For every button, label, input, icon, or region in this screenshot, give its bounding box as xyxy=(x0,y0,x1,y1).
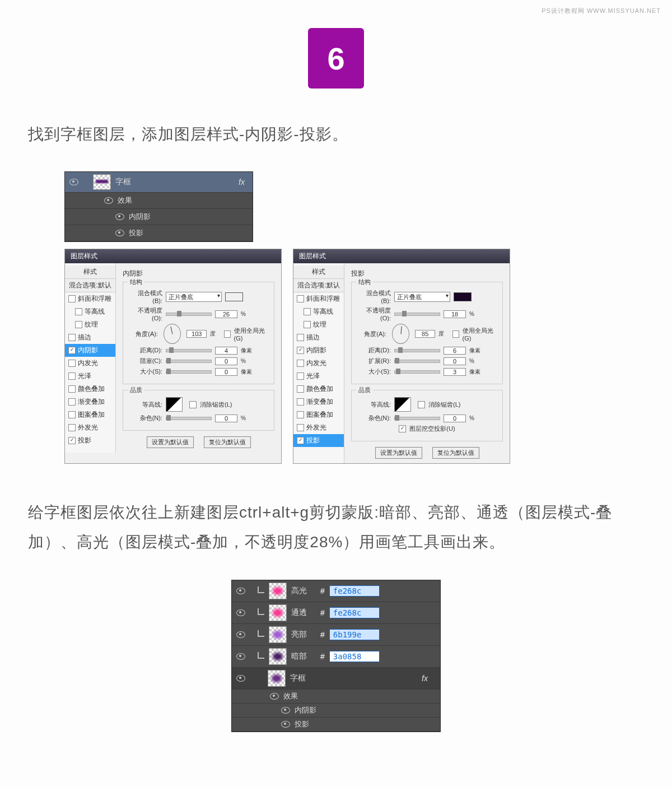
distance-value[interactable]: 4 xyxy=(215,347,237,355)
style-item-color-overlay[interactable]: 颜色叠加 xyxy=(65,383,115,395)
distance-slider[interactable] xyxy=(394,349,440,352)
effect-row-drop-shadow[interactable]: 投影 xyxy=(65,225,253,241)
global-light-checkbox[interactable] xyxy=(224,330,231,338)
visibility-icon[interactable] xyxy=(115,213,124,220)
style-item-outer-glow[interactable]: 外发光 xyxy=(65,421,115,434)
style-item-bevel[interactable]: 斜面和浮雕 xyxy=(293,292,344,305)
style-item-inner-shadow[interactable]: 内阴影 xyxy=(65,344,115,357)
hex-color-field[interactable]: 6b199e xyxy=(329,629,380,640)
visibility-icon[interactable] xyxy=(69,179,78,185)
angle-dial[interactable] xyxy=(392,324,409,344)
spread-value[interactable]: 0 xyxy=(444,357,466,365)
style-item-texture[interactable]: 纹理 xyxy=(65,318,115,331)
base-layer-row[interactable]: 字框 fx xyxy=(232,668,440,690)
contour-picker[interactable] xyxy=(166,397,183,412)
blend-mode-dropdown[interactable]: 正片叠底 xyxy=(394,292,450,302)
style-item-inner-glow[interactable]: 内发光 xyxy=(293,357,344,370)
hex-color-field[interactable]: fe268c xyxy=(329,585,380,597)
sidebar-header: 样式 xyxy=(65,266,115,279)
antialias-checkbox[interactable] xyxy=(418,401,425,408)
noise-value[interactable]: 0 xyxy=(444,415,466,422)
structure-group: 结构 混合模式(B): 正片叠底 不透明度(O): 26 % 角度(A): xyxy=(123,282,274,384)
distance-value[interactable]: 6 xyxy=(444,347,466,355)
visibility-icon[interactable] xyxy=(236,631,245,638)
clipped-layer-row[interactable]: 高光 # fe268c xyxy=(232,580,440,602)
hex-color-field[interactable]: 3a0858 xyxy=(329,651,380,662)
visibility-icon[interactable] xyxy=(104,197,113,204)
opacity-slider[interactable] xyxy=(394,313,440,316)
visibility-icon[interactable] xyxy=(115,230,124,236)
style-item-inner-shadow[interactable]: 内阴影 xyxy=(293,344,344,357)
style-item-bevel[interactable]: 斜面和浮雕 xyxy=(65,292,115,305)
visibility-icon[interactable] xyxy=(236,609,245,616)
style-item-satin[interactable]: 光泽 xyxy=(65,370,115,383)
style-item-gradient-overlay[interactable]: 渐变叠加 xyxy=(293,395,344,408)
make-default-button[interactable]: 设置为默认值 xyxy=(147,436,194,448)
style-item-gradient-overlay[interactable]: 渐变叠加 xyxy=(65,395,115,408)
opacity-value[interactable]: 26 xyxy=(215,310,237,318)
style-item-pattern-overlay[interactable]: 图案叠加 xyxy=(65,408,115,421)
style-item-drop-shadow[interactable]: 投影 xyxy=(65,434,115,447)
size-value[interactable]: 0 xyxy=(215,368,237,376)
blend-mode-dropdown[interactable]: 正片叠底 xyxy=(166,292,222,302)
clipped-layer-row[interactable]: 亮部 # 6b199e xyxy=(232,624,440,646)
size-slider[interactable] xyxy=(166,370,212,374)
visibility-icon[interactable] xyxy=(270,693,279,700)
noise-slider[interactable] xyxy=(394,417,440,420)
effect-row-inner-shadow[interactable]: 内阴影 xyxy=(65,209,253,225)
effect-row-inner-shadow[interactable]: 内阴影 xyxy=(232,704,440,718)
distance-slider[interactable] xyxy=(166,349,212,352)
style-item-stroke[interactable]: 描边 xyxy=(65,331,115,344)
antialias-checkbox[interactable] xyxy=(189,401,197,408)
style-item-contour[interactable]: 等高线 xyxy=(293,305,344,318)
knockout-checkbox[interactable] xyxy=(399,425,406,432)
global-light-checkbox[interactable] xyxy=(452,330,459,338)
opacity-slider[interactable] xyxy=(166,313,212,316)
visibility-icon[interactable] xyxy=(281,707,290,714)
style-item-stroke[interactable]: 描边 xyxy=(293,331,344,344)
style-item-drop-shadow[interactable]: 投影 xyxy=(293,434,344,447)
choke-slider[interactable] xyxy=(166,360,212,363)
visibility-icon[interactable] xyxy=(236,653,245,660)
fx-indicator[interactable]: fx xyxy=(239,178,245,187)
layer-row-main[interactable]: 字框 fx xyxy=(65,172,253,193)
reset-default-button[interactable]: 复位为默认值 xyxy=(204,436,251,448)
hex-color-field[interactable]: fe268c xyxy=(329,607,380,618)
reset-default-button[interactable]: 复位为默认值 xyxy=(432,447,479,459)
angle-value[interactable]: 85 xyxy=(415,330,435,338)
fx-indicator[interactable]: fx xyxy=(422,674,428,683)
style-item-color-overlay[interactable]: 颜色叠加 xyxy=(293,383,344,395)
angle-dial[interactable] xyxy=(164,324,181,344)
style-item-satin[interactable]: 光泽 xyxy=(293,370,344,383)
style-item-outer-glow[interactable]: 外发光 xyxy=(293,421,344,434)
sidebar-header-blend[interactable]: 混合选项:默认 xyxy=(293,279,344,292)
contour-picker[interactable] xyxy=(394,397,411,412)
visibility-icon[interactable] xyxy=(236,675,245,682)
choke-value[interactable]: 0 xyxy=(215,357,237,365)
opacity-value[interactable]: 18 xyxy=(444,310,466,318)
style-item-inner-glow[interactable]: 内发光 xyxy=(65,357,115,370)
effect-row-drop-shadow[interactable]: 投影 xyxy=(232,718,440,732)
effects-group-row[interactable]: 效果 xyxy=(232,690,440,704)
color-swatch[interactable] xyxy=(454,292,472,301)
visibility-icon[interactable] xyxy=(281,721,290,728)
spread-slider[interactable] xyxy=(394,360,440,363)
noise-slider[interactable] xyxy=(166,417,212,420)
visibility-icon[interactable] xyxy=(236,588,245,594)
angle-value[interactable]: 103 xyxy=(186,330,206,338)
size-value[interactable]: 3 xyxy=(444,368,466,376)
size-slider[interactable] xyxy=(394,370,440,374)
layer-thumbnail xyxy=(268,670,286,687)
style-item-pattern-overlay[interactable]: 图案叠加 xyxy=(293,408,344,421)
make-default-button[interactable]: 设置为默认值 xyxy=(375,447,422,459)
effects-group-row[interactable]: 效果 xyxy=(65,193,253,209)
clipped-layer-row[interactable]: 暗部 # 3a0858 xyxy=(232,646,440,668)
style-list-sidebar: 样式 混合选项:默认 斜面和浮雕 等高线 纹理 描边 内阴影 内发光 光泽 颜色… xyxy=(65,263,116,453)
sidebar-header-blend[interactable]: 混合选项:默认 xyxy=(65,279,115,292)
clipped-layer-row[interactable]: 通透 # fe268c xyxy=(232,602,440,624)
color-swatch[interactable] xyxy=(225,292,243,301)
style-item-contour[interactable]: 等高线 xyxy=(65,305,115,318)
style-item-texture[interactable]: 纹理 xyxy=(293,318,344,331)
noise-value[interactable]: 0 xyxy=(215,415,237,422)
layer-style-dialog-drop-shadow: 图层样式 样式 混合选项:默认 斜面和浮雕 等高线 纹理 描边 内阴影 内发光 … xyxy=(293,249,510,464)
